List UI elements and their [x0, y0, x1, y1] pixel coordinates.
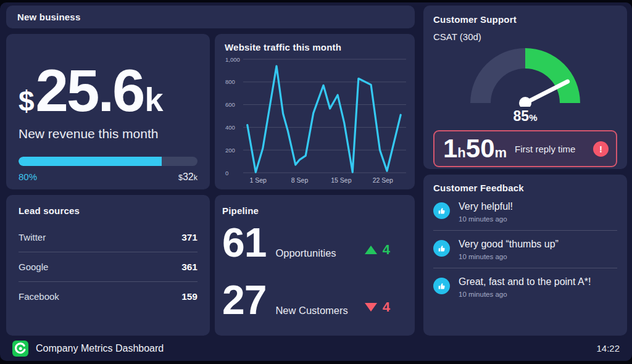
reply-minutes-unit: m	[495, 146, 507, 160]
list-item: Great, fast and to the point A*! 10 minu…	[433, 268, 617, 305]
feedback-list: Very helpful! 10 minutes ago Very good “…	[433, 193, 617, 305]
reply-minutes-value: 50	[466, 136, 495, 162]
feedback-text: Very helpful!	[459, 201, 513, 212]
customer-support-widget: Customer Support CSAT (30d) 85% 1h50m Fi…	[423, 6, 627, 169]
feedback-body: Great, fast and to the point A*! 10 minu…	[459, 276, 591, 298]
svg-text:0: 0	[225, 170, 228, 176]
csat-value: 85	[514, 108, 530, 124]
new-business-header: New business	[6, 6, 415, 28]
thumbs-up-icon	[433, 278, 450, 294]
table-row: Google 361	[19, 252, 198, 282]
opportunities-delta-value: 4	[383, 242, 390, 258]
revenue-target-unit: k	[194, 173, 198, 182]
revenue-target-currency: $	[178, 173, 183, 182]
dashboard-screen: New business $ 25.6 k New revenue this m…	[0, 2, 632, 361]
svg-text:600: 600	[225, 101, 235, 108]
traffic-line-chart: 02004006008001,0001 Sep8 Sep15 Sep22 Sep	[222, 54, 409, 186]
svg-text:15 Sep: 15 Sep	[331, 176, 351, 184]
opportunities-value: 61	[222, 222, 266, 263]
feedback-time: 10 minutes ago	[459, 215, 513, 223]
feedback-text: Great, fast and to the point A*!	[459, 276, 591, 287]
reply-hours-value: 1	[443, 136, 457, 162]
revenue-progress-fill	[19, 157, 162, 166]
feedback-body: Very helpful! 10 minutes ago	[459, 201, 513, 223]
lead-source-label: Google	[19, 262, 48, 272]
pipeline-title: Pipeline	[222, 205, 406, 216]
customer-feedback-title: Customer Feedback	[433, 183, 617, 193]
dashboard-title: Company Metrics Dashboard	[36, 343, 164, 354]
customer-support-title: Customer Support	[433, 14, 617, 25]
revenue-widget: $ 25.6 k New revenue this month 80% $32k	[6, 34, 210, 189]
revenue-target-value: 32	[183, 172, 194, 183]
pipeline-widget: Pipeline 61 Opportunities 4 27 New Custo…	[215, 195, 415, 336]
lead-source-label: Twitter	[19, 232, 46, 242]
revenue-progress-labels: 80% $32k	[19, 172, 198, 183]
svg-text:22 Sep: 22 Sep	[373, 176, 393, 184]
new-customers-label: New Customers	[275, 305, 347, 316]
footer-bar: Company Metrics Dashboard 14:22	[0, 336, 632, 361]
customer-feedback-widget: Customer Feedback Very helpful! 10 minut…	[423, 175, 627, 336]
revenue-progress-percent: 80%	[19, 172, 37, 182]
svg-text:1 Sep: 1 Sep	[249, 176, 267, 184]
revenue-progress-bar	[19, 157, 198, 166]
svg-text:800: 800	[225, 78, 235, 85]
alert-icon: !	[593, 141, 609, 157]
csat-value-row: 85%	[433, 108, 617, 125]
section-title-new-business: New business	[17, 12, 80, 22]
new-customers-delta: 4	[365, 299, 390, 315]
lead-source-value: 371	[181, 232, 198, 243]
down-triangle-icon	[365, 303, 377, 312]
csat-label: CSAT (30d)	[433, 31, 617, 42]
revenue-value: 25.6	[36, 62, 144, 118]
thumbs-up-icon	[433, 240, 450, 257]
reply-hours-unit: h	[457, 146, 465, 160]
list-item: Very good “thumbs up” 10 minutes ago	[433, 231, 617, 268]
table-row: Facebook 159	[19, 282, 198, 311]
feedback-body: Very good “thumbs up” 10 minutes ago	[459, 239, 559, 260]
lead-source-label: Facebook	[19, 291, 59, 302]
first-reply-time-box: 1h50m First reply time !	[433, 130, 617, 167]
revenue-target: $32k	[178, 172, 198, 183]
csat-gauge-wrap	[433, 43, 617, 107]
traffic-chart-title: Website traffic this month	[225, 42, 410, 52]
svg-text:8 Sep: 8 Sep	[291, 176, 309, 184]
feedback-text: Very good “thumbs up”	[459, 239, 559, 250]
svg-text:200: 200	[225, 147, 235, 154]
clock: 14:22	[596, 343, 620, 354]
first-reply-time-label: First reply time	[515, 144, 575, 154]
feedback-time: 10 minutes ago	[459, 253, 559, 260]
svg-text:1,000: 1,000	[225, 56, 240, 63]
lead-source-value: 361	[181, 262, 198, 273]
pipeline-row-opportunities: 61 Opportunities 4	[222, 222, 406, 263]
geckoboard-logo	[12, 341, 28, 357]
up-triangle-icon	[365, 246, 377, 254]
lead-sources-list: Twitter 371 Google 361 Facebook 159	[19, 223, 198, 311]
revenue-unit: k	[144, 84, 163, 115]
new-customers-value: 27	[222, 279, 266, 320]
revenue-number: $ 25.6 k	[19, 62, 198, 118]
revenue-currency: $	[19, 88, 35, 115]
csat-unit: %	[529, 112, 537, 123]
pipeline-row-new-customers: 27 New Customers 4	[222, 279, 406, 320]
table-row: Twitter 371	[19, 223, 198, 252]
list-item: Very helpful! 10 minutes ago	[433, 193, 617, 231]
lead-source-value: 159	[181, 291, 198, 302]
lead-sources-title: Lead sources	[19, 205, 198, 216]
lead-sources-widget: Lead sources Twitter 371 Google 361 Face…	[6, 195, 210, 336]
revenue-label: New revenue this month	[19, 126, 198, 141]
website-traffic-widget: Website traffic this month 0200400600800…	[215, 34, 415, 189]
opportunities-delta: 4	[365, 242, 390, 258]
feedback-time: 10 minutes ago	[459, 291, 591, 298]
opportunities-label: Opportunities	[275, 247, 336, 259]
csat-gauge-chart	[467, 43, 584, 107]
first-reply-time-value: 1h50m	[443, 136, 507, 162]
new-customers-delta-value: 4	[383, 299, 390, 315]
thumbs-up-icon	[433, 202, 450, 219]
svg-text:400: 400	[225, 124, 235, 131]
